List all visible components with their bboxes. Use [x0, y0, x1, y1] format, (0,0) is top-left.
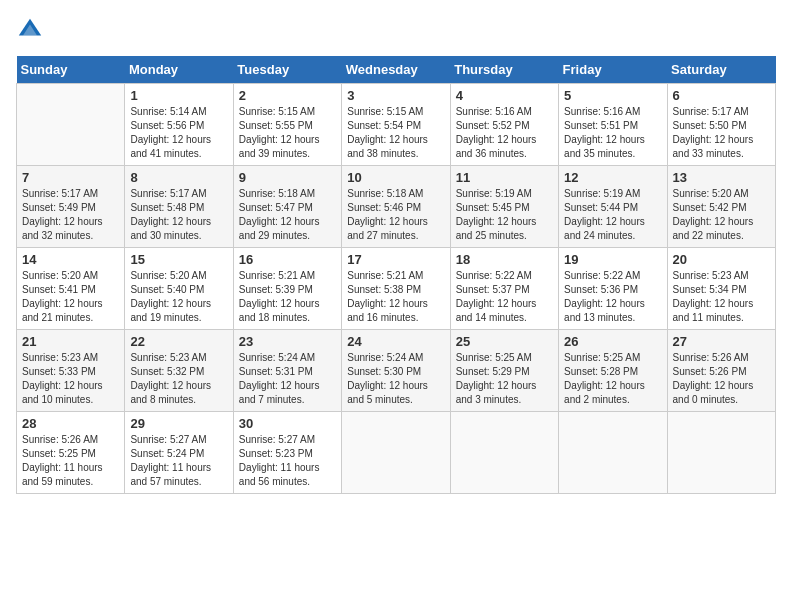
day-info: Sunrise: 5:20 AMSunset: 5:40 PMDaylight:…	[130, 269, 227, 325]
day-info: Sunrise: 5:20 AMSunset: 5:42 PMDaylight:…	[673, 187, 770, 243]
day-number: 14	[22, 252, 119, 267]
day-number: 11	[456, 170, 553, 185]
day-info: Sunrise: 5:16 AMSunset: 5:52 PMDaylight:…	[456, 105, 553, 161]
day-number: 21	[22, 334, 119, 349]
day-header-wednesday: Wednesday	[342, 56, 450, 84]
day-number: 3	[347, 88, 444, 103]
day-info: Sunrise: 5:14 AMSunset: 5:56 PMDaylight:…	[130, 105, 227, 161]
page-header	[16, 16, 776, 44]
day-info: Sunrise: 5:27 AMSunset: 5:23 PMDaylight:…	[239, 433, 336, 489]
logo-icon	[16, 16, 44, 44]
day-info: Sunrise: 5:21 AMSunset: 5:39 PMDaylight:…	[239, 269, 336, 325]
calendar-header: SundayMondayTuesdayWednesdayThursdayFrid…	[17, 56, 776, 84]
day-number: 7	[22, 170, 119, 185]
calendar-cell	[559, 412, 667, 494]
day-info: Sunrise: 5:17 AMSunset: 5:48 PMDaylight:…	[130, 187, 227, 243]
day-number: 8	[130, 170, 227, 185]
day-number: 28	[22, 416, 119, 431]
day-number: 4	[456, 88, 553, 103]
calendar-cell: 6Sunrise: 5:17 AMSunset: 5:50 PMDaylight…	[667, 84, 775, 166]
calendar-cell: 11Sunrise: 5:19 AMSunset: 5:45 PMDayligh…	[450, 166, 558, 248]
calendar-cell: 13Sunrise: 5:20 AMSunset: 5:42 PMDayligh…	[667, 166, 775, 248]
calendar-cell: 14Sunrise: 5:20 AMSunset: 5:41 PMDayligh…	[17, 248, 125, 330]
calendar-cell: 16Sunrise: 5:21 AMSunset: 5:39 PMDayligh…	[233, 248, 341, 330]
day-number: 1	[130, 88, 227, 103]
day-number: 24	[347, 334, 444, 349]
calendar-cell	[342, 412, 450, 494]
day-number: 15	[130, 252, 227, 267]
day-info: Sunrise: 5:17 AMSunset: 5:50 PMDaylight:…	[673, 105, 770, 161]
calendar-table: SundayMondayTuesdayWednesdayThursdayFrid…	[16, 56, 776, 494]
day-info: Sunrise: 5:15 AMSunset: 5:54 PMDaylight:…	[347, 105, 444, 161]
day-info: Sunrise: 5:23 AMSunset: 5:33 PMDaylight:…	[22, 351, 119, 407]
calendar-cell: 15Sunrise: 5:20 AMSunset: 5:40 PMDayligh…	[125, 248, 233, 330]
day-number: 5	[564, 88, 661, 103]
day-number: 30	[239, 416, 336, 431]
day-number: 16	[239, 252, 336, 267]
calendar-cell: 10Sunrise: 5:18 AMSunset: 5:46 PMDayligh…	[342, 166, 450, 248]
day-info: Sunrise: 5:23 AMSunset: 5:32 PMDaylight:…	[130, 351, 227, 407]
day-number: 19	[564, 252, 661, 267]
day-number: 20	[673, 252, 770, 267]
day-number: 12	[564, 170, 661, 185]
calendar-cell: 12Sunrise: 5:19 AMSunset: 5:44 PMDayligh…	[559, 166, 667, 248]
calendar-cell: 1Sunrise: 5:14 AMSunset: 5:56 PMDaylight…	[125, 84, 233, 166]
day-number: 2	[239, 88, 336, 103]
day-info: Sunrise: 5:23 AMSunset: 5:34 PMDaylight:…	[673, 269, 770, 325]
day-header-friday: Friday	[559, 56, 667, 84]
calendar-body: 1Sunrise: 5:14 AMSunset: 5:56 PMDaylight…	[17, 84, 776, 494]
day-number: 6	[673, 88, 770, 103]
calendar-cell: 2Sunrise: 5:15 AMSunset: 5:55 PMDaylight…	[233, 84, 341, 166]
day-info: Sunrise: 5:25 AMSunset: 5:28 PMDaylight:…	[564, 351, 661, 407]
day-info: Sunrise: 5:21 AMSunset: 5:38 PMDaylight:…	[347, 269, 444, 325]
calendar-cell: 26Sunrise: 5:25 AMSunset: 5:28 PMDayligh…	[559, 330, 667, 412]
day-number: 10	[347, 170, 444, 185]
day-info: Sunrise: 5:19 AMSunset: 5:44 PMDaylight:…	[564, 187, 661, 243]
calendar-cell	[17, 84, 125, 166]
day-number: 13	[673, 170, 770, 185]
calendar-cell: 24Sunrise: 5:24 AMSunset: 5:30 PMDayligh…	[342, 330, 450, 412]
day-number: 17	[347, 252, 444, 267]
logo	[16, 16, 48, 44]
calendar-cell: 8Sunrise: 5:17 AMSunset: 5:48 PMDaylight…	[125, 166, 233, 248]
day-header-tuesday: Tuesday	[233, 56, 341, 84]
day-info: Sunrise: 5:15 AMSunset: 5:55 PMDaylight:…	[239, 105, 336, 161]
day-number: 9	[239, 170, 336, 185]
calendar-cell: 17Sunrise: 5:21 AMSunset: 5:38 PMDayligh…	[342, 248, 450, 330]
day-number: 22	[130, 334, 227, 349]
day-number: 23	[239, 334, 336, 349]
day-header-monday: Monday	[125, 56, 233, 84]
week-row-2: 7Sunrise: 5:17 AMSunset: 5:49 PMDaylight…	[17, 166, 776, 248]
calendar-cell: 30Sunrise: 5:27 AMSunset: 5:23 PMDayligh…	[233, 412, 341, 494]
day-info: Sunrise: 5:20 AMSunset: 5:41 PMDaylight:…	[22, 269, 119, 325]
calendar-cell: 20Sunrise: 5:23 AMSunset: 5:34 PMDayligh…	[667, 248, 775, 330]
day-info: Sunrise: 5:26 AMSunset: 5:26 PMDaylight:…	[673, 351, 770, 407]
day-header-row: SundayMondayTuesdayWednesdayThursdayFrid…	[17, 56, 776, 84]
calendar-cell: 29Sunrise: 5:27 AMSunset: 5:24 PMDayligh…	[125, 412, 233, 494]
calendar-cell: 23Sunrise: 5:24 AMSunset: 5:31 PMDayligh…	[233, 330, 341, 412]
day-info: Sunrise: 5:18 AMSunset: 5:46 PMDaylight:…	[347, 187, 444, 243]
day-info: Sunrise: 5:24 AMSunset: 5:30 PMDaylight:…	[347, 351, 444, 407]
week-row-1: 1Sunrise: 5:14 AMSunset: 5:56 PMDaylight…	[17, 84, 776, 166]
day-header-sunday: Sunday	[17, 56, 125, 84]
day-info: Sunrise: 5:22 AMSunset: 5:37 PMDaylight:…	[456, 269, 553, 325]
calendar-cell: 22Sunrise: 5:23 AMSunset: 5:32 PMDayligh…	[125, 330, 233, 412]
calendar-cell: 25Sunrise: 5:25 AMSunset: 5:29 PMDayligh…	[450, 330, 558, 412]
calendar-cell: 7Sunrise: 5:17 AMSunset: 5:49 PMDaylight…	[17, 166, 125, 248]
calendar-cell	[450, 412, 558, 494]
day-info: Sunrise: 5:18 AMSunset: 5:47 PMDaylight:…	[239, 187, 336, 243]
calendar-cell: 19Sunrise: 5:22 AMSunset: 5:36 PMDayligh…	[559, 248, 667, 330]
calendar-cell: 27Sunrise: 5:26 AMSunset: 5:26 PMDayligh…	[667, 330, 775, 412]
calendar-cell	[667, 412, 775, 494]
day-number: 18	[456, 252, 553, 267]
week-row-5: 28Sunrise: 5:26 AMSunset: 5:25 PMDayligh…	[17, 412, 776, 494]
day-info: Sunrise: 5:19 AMSunset: 5:45 PMDaylight:…	[456, 187, 553, 243]
day-info: Sunrise: 5:22 AMSunset: 5:36 PMDaylight:…	[564, 269, 661, 325]
day-info: Sunrise: 5:24 AMSunset: 5:31 PMDaylight:…	[239, 351, 336, 407]
calendar-cell: 5Sunrise: 5:16 AMSunset: 5:51 PMDaylight…	[559, 84, 667, 166]
week-row-3: 14Sunrise: 5:20 AMSunset: 5:41 PMDayligh…	[17, 248, 776, 330]
calendar-cell: 18Sunrise: 5:22 AMSunset: 5:37 PMDayligh…	[450, 248, 558, 330]
day-info: Sunrise: 5:26 AMSunset: 5:25 PMDaylight:…	[22, 433, 119, 489]
day-number: 26	[564, 334, 661, 349]
day-number: 29	[130, 416, 227, 431]
